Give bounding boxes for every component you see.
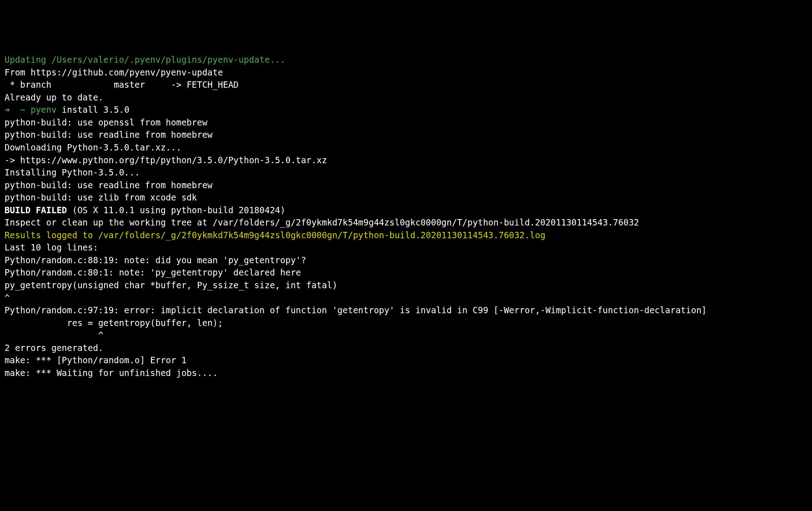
results-line: Results logged to /var/folders/_g/2f0ykm… — [5, 229, 807, 242]
error-line: Python/random.c:97:19: error: implicit d… — [5, 304, 807, 317]
readline-line-1: python-build: use readline from homebrew — [5, 129, 807, 141]
res-line: res = getentropy(buffer, len); — [5, 317, 807, 330]
prompt-command: pyenv — [30, 105, 56, 115]
already-up-line: Already up to date. — [5, 91, 807, 104]
build-failed-label: BUILD FAILED — [5, 205, 67, 215]
errors-gen-line: 2 errors generated. — [5, 342, 807, 355]
make-waiting-line: make: *** Waiting for unfinished jobs...… — [5, 367, 807, 380]
build-failed-detail: (OS X 11.0.1 using python-build 20180424… — [67, 205, 285, 215]
prompt-arrow-icon: ➜ — [5, 105, 20, 115]
make-error-line: make: *** [Python/random.o] Error 1 — [5, 354, 807, 367]
installing-line: Installing Python-3.5.0... — [5, 166, 807, 179]
prompt-tilde: ~ — [20, 105, 30, 115]
url-line: -> https://www.python.org/ftp/python/3.5… — [5, 154, 807, 167]
terminal-output[interactable]: Updating /Users/valerio/.pyenv/plugins/p… — [5, 54, 807, 379]
from-line: From https://github.com/pyenv/pyenv-upda… — [5, 66, 807, 79]
note1-line: Python/random.c:88:19: note: did you mea… — [5, 254, 807, 267]
openssl-line: python-build: use openssl from homebrew — [5, 116, 807, 129]
updating-line: Updating /Users/valerio/.pyenv/plugins/p… — [5, 54, 807, 66]
readline-line-2: python-build: use readline from homebrew — [5, 179, 807, 192]
zlib-line: python-build: use zlib from xcode sdk — [5, 191, 807, 204]
prompt-line[interactable]: ➜ ~ pyenv install 3.5.0 — [5, 104, 807, 116]
caret1-line: ^ — [5, 292, 807, 305]
decl-line: py_getentropy(unsigned char *buffer, Py_… — [5, 279, 807, 292]
inspect-line: Inspect or clean up the working tree at … — [5, 216, 807, 229]
note2-line: Python/random.c:80:1: note: 'py_getentro… — [5, 266, 807, 279]
branch-line: * branch master -> FETCH_HEAD — [5, 79, 807, 91]
build-failed-line: BUILD FAILED (OS X 11.0.1 using python-b… — [5, 204, 807, 217]
caret2-line: ^ — [5, 329, 807, 342]
prompt-args: install 3.5.0 — [56, 105, 129, 115]
downloading-line: Downloading Python-3.5.0.tar.xz... — [5, 141, 807, 154]
last10-line: Last 10 log lines: — [5, 241, 807, 254]
